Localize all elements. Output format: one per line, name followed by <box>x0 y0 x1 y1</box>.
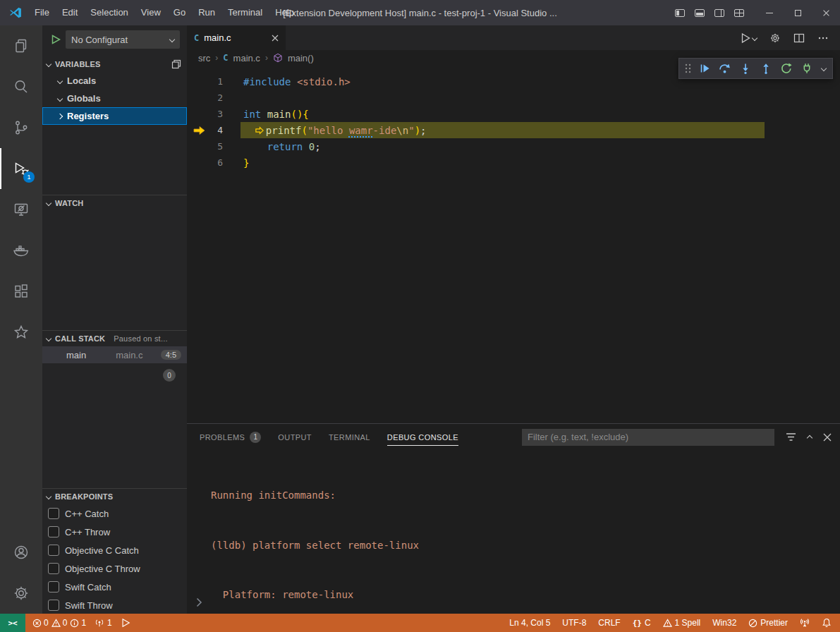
variables-scope-locals[interactable]: Locals <box>42 72 187 90</box>
console-filter-input[interactable] <box>522 429 774 446</box>
toolbar-drag-handle[interactable] <box>683 60 693 77</box>
debug-config-dropdown[interactable]: No Configurat <box>66 30 180 49</box>
continue-button[interactable] <box>695 60 714 77</box>
code-text: printf("hello wamr-ide\n"); <box>243 125 427 136</box>
menu-view[interactable]: View <box>135 0 167 25</box>
tab-close-icon[interactable] <box>272 35 279 42</box>
variables-scope-globals[interactable]: Globals <box>42 90 187 107</box>
minimize-button[interactable] <box>755 0 784 25</box>
console-input-prompt[interactable] <box>196 597 202 607</box>
eol-indicator[interactable]: CRLF <box>598 618 620 628</box>
layout-sidebar-icon[interactable] <box>675 9 685 17</box>
variables-scope-registers[interactable]: Registers <box>42 107 187 125</box>
sidebar-item-explorer[interactable] <box>0 25 42 66</box>
continue-icon <box>699 63 710 74</box>
close-panel-icon[interactable] <box>823 433 832 442</box>
views-icon[interactable] <box>171 59 181 69</box>
callstack-header[interactable]: CALL STACK Paused on st... <box>42 331 187 346</box>
debug-session-status[interactable] <box>121 618 130 628</box>
account-button[interactable] <box>0 532 42 573</box>
sidebar-item-run-debug[interactable]: 1 <box>0 148 42 189</box>
step-out-button[interactable] <box>757 60 775 77</box>
tab-main-c[interactable]: C main.c <box>187 25 286 50</box>
breakpoint-gutter[interactable] <box>187 126 212 135</box>
sidebar-item-star[interactable] <box>0 312 42 353</box>
debug-session-dropdown[interactable] <box>818 60 829 77</box>
tab-terminal[interactable]: TERMINAL <box>329 424 370 450</box>
language-mode[interactable]: {} C <box>633 618 651 628</box>
formatter-status[interactable]: Prettier <box>748 618 788 628</box>
step-into-button[interactable] <box>736 60 755 77</box>
breakpoint-item[interactable]: Swift Throw <box>42 596 187 614</box>
close-button[interactable] <box>812 0 840 25</box>
chevron-down-icon <box>46 200 51 206</box>
breakpoint-item[interactable]: Objective C Catch <box>42 541 187 559</box>
tab-problems[interactable]: PROBLEMS 1 <box>200 424 261 450</box>
menu-run[interactable]: Run <box>192 0 221 25</box>
layout-panel-icon[interactable] <box>695 9 705 17</box>
menu-edit[interactable]: Edit <box>56 0 84 25</box>
debug-console-output: Running initCommands: (lldb) platform se… <box>187 450 840 632</box>
encoding-indicator[interactable]: UTF-8 <box>562 618 586 628</box>
problems-status[interactable]: 0 0 1 <box>32 618 86 628</box>
bottom-panel: PROBLEMS 1 OUTPUT TERMINAL DEBUG CONSOLE… <box>187 423 840 614</box>
code-editor[interactable]: 1 #include <stdio.h> 2 3 int main(){ 4 p… <box>187 66 840 423</box>
gear-icon[interactable] <box>769 32 781 44</box>
breadcrumb-symbol[interactable]: main() <box>288 53 314 63</box>
menu-selection[interactable]: Selection <box>84 0 134 25</box>
statusbar-left: 0 0 1 1 <box>25 618 130 628</box>
breakpoint-item[interactable]: C++ Catch <box>42 504 187 523</box>
menu-terminal[interactable]: Terminal <box>221 0 269 25</box>
cursor-position[interactable]: Ln 4, Col 5 <box>509 618 550 628</box>
split-editor-icon[interactable] <box>793 32 805 44</box>
ports-status[interactable]: 1 <box>95 618 112 628</box>
checkbox[interactable] <box>48 600 59 611</box>
breakpoint-item[interactable]: Swift Catch <box>42 578 187 596</box>
menu-file[interactable]: File <box>28 0 56 25</box>
chevron-up-icon[interactable] <box>807 435 812 441</box>
tab-output[interactable]: OUTPUT <box>278 424 312 450</box>
sidebar-item-extensions[interactable] <box>0 271 42 312</box>
variables-header[interactable]: VARIABLES <box>42 56 187 72</box>
start-debugging-icon[interactable] <box>51 35 61 44</box>
checkbox[interactable] <box>48 581 59 592</box>
remote-indicator[interactable]: >< <box>0 614 25 632</box>
bell-icon[interactable] <box>822 618 832 628</box>
layout-secondary-sidebar-icon[interactable] <box>714 9 724 17</box>
breakpoints-header[interactable]: BREAKPOINTS <box>42 489 187 504</box>
run-or-debug-button[interactable] <box>740 32 757 44</box>
sidebar-item-docker[interactable] <box>0 230 42 271</box>
watch-header[interactable]: WATCH <box>42 195 187 211</box>
maximize-button[interactable] <box>784 0 812 25</box>
sidebar-item-source-control[interactable] <box>0 107 42 148</box>
inline-breakpoint-icon[interactable] <box>255 126 264 135</box>
sidebar-item-search[interactable] <box>0 66 42 107</box>
statusbar-right: Ln 4, Col 5 UTF-8 CRLF {} C 1 Spell Win3… <box>509 618 840 628</box>
sidebar-item-remote-explorer[interactable] <box>0 189 42 230</box>
checkbox[interactable] <box>48 545 59 556</box>
checkbox[interactable] <box>48 508 59 519</box>
breadcrumb-file[interactable]: main.c <box>233 53 260 63</box>
radio-tower-icon[interactable] <box>800 618 810 628</box>
filter-lines-icon[interactable] <box>786 432 796 442</box>
step-over-button[interactable] <box>716 60 734 77</box>
settings-button[interactable] <box>0 573 42 614</box>
breakpoint-item[interactable]: C++ Throw <box>42 523 187 541</box>
checkbox[interactable] <box>48 526 59 537</box>
spell-checker-status[interactable]: 1 Spell <box>663 618 701 628</box>
disconnect-button[interactable] <box>798 60 816 77</box>
tab-debug-console[interactable]: DEBUG CONSOLE <box>387 424 458 450</box>
restart-button[interactable] <box>777 60 796 77</box>
more-actions-icon[interactable] <box>817 32 829 44</box>
platform-status[interactable]: Win32 <box>712 618 736 628</box>
chevron-down-icon <box>752 35 757 40</box>
console-line: Running initCommands: <box>211 487 840 504</box>
stack-frame-row[interactable]: main main.c 4:5 <box>42 346 187 363</box>
breadcrumb-folder[interactable]: src <box>198 53 210 63</box>
checkbox[interactable] <box>48 563 59 574</box>
layout-customize-icon[interactable] <box>734 9 744 17</box>
chevron-right-icon <box>196 597 202 607</box>
vscode-logo <box>8 6 23 20</box>
breakpoint-item[interactable]: Objective C Throw <box>42 559 187 578</box>
menu-go[interactable]: Go <box>167 0 192 25</box>
